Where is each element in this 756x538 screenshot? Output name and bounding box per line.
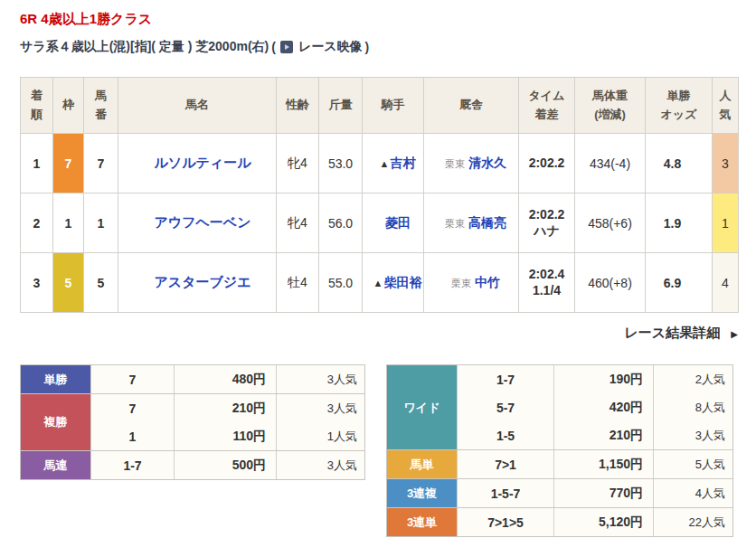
payout-amount: 190円 [553,365,653,393]
payout-group-tansho: 単勝 7 480円 3人気 [21,365,364,393]
stable-region: 栗東 [451,278,471,288]
payout-popularity: 8人気 [653,393,732,421]
payout-combination: 1-5-7 [457,479,553,507]
payout-popularity: 5人気 [653,450,732,478]
popularity-value: 1 [713,193,739,253]
race-conditions-text: サラ系４歳以上(混)[指]( 定量 ) 芝2000m(右) [20,39,269,55]
result-row: 2 1 1 アウフヘーベン 牝4 56.0 菱田 栗東高橋亮 2:02.2 ハナ… [21,193,739,253]
payout-row: 5-7 420円 8人気 [457,393,732,421]
payout-amount: 420円 [553,393,653,421]
stable-cell: 栗東高橋亮 [424,193,519,253]
carried-weight-value: 56.0 [319,193,363,253]
col-header-horse: 馬名 [118,78,277,134]
col-header-stable: 厩舎 [424,78,519,134]
sex-age-value: 牝4 [277,193,319,253]
payout-table-right: ワイド 1-7 190円 2人気 5-7 420円 8人気 1-5 210円 [386,364,733,537]
frame-number: 7 [53,134,84,193]
col-header-frame: 枠 [53,78,84,134]
payout-row: 1-5 210円 3人気 [457,421,732,449]
carried-weight-value: 55.0 [319,253,363,313]
detail-link-row: レース結果詳細 ▶ [20,325,738,342]
col-header-horse-weight: 馬体重 (増減) [575,78,646,134]
payout-row: 1-7 190円 2人気 [457,365,732,393]
bet-type-label: ワイド [387,365,457,449]
col-header-rank: 着 順 [21,78,53,134]
odds-value: 4.8 [646,134,713,193]
horse-weight-value: 434(-4) [575,134,646,193]
rank-value: 1 [21,134,53,193]
horse-number: 1 [84,193,118,253]
payout-row: 1-7 500円 3人気 [90,451,364,479]
jockey-link[interactable]: 吉村 [390,156,415,170]
horse-name-cell: アウフヘーベン [118,193,277,253]
popularity-value: 3 [713,134,739,193]
payout-amount: 500円 [174,451,276,479]
jockey-link[interactable]: 菱田 [385,215,411,230]
results-header-row: 着 順 枠 馬 番 馬名 性齢 斤量 騎手 厩舎 タイム 着差 馬体重 (増減)… [21,78,739,134]
frame-number: 5 [53,253,84,313]
payout-combination: 1-7 [90,451,174,479]
apprentice-mark: ▲ [380,158,390,169]
payout-group-fukusho: 複勝 7 210円 3人気 1 110円 1人気 [21,393,364,450]
horse-name-link[interactable]: ルソルティール [154,155,250,170]
odds-value: 6.9 [646,253,713,313]
bet-type-label: 馬連 [21,451,90,479]
chevron-right-icon: ▶ [731,329,738,339]
payout-combination: 7>1>5 [457,508,553,536]
jockey-link[interactable]: 柴田裕 [383,275,421,289]
horse-weight-value: 458(+6) [575,193,646,253]
payouts-section: 単勝 7 480円 3人気 複勝 7 210円 3人気 [20,364,738,537]
rank-value: 2 [21,193,53,253]
race-results-table: 着 順 枠 馬 番 馬名 性齢 斤量 騎手 厩舎 タイム 着差 馬体重 (増減)… [20,77,739,313]
payout-row: 7 210円 3人気 [90,394,364,422]
time-margin-value: 2:02.2 [519,134,575,193]
carried-weight-value: 53.0 [319,134,363,193]
race-conditions: サラ系４歳以上(混)[指]( 定量 ) 芝2000m(右) ( レース映像 ) [20,39,738,55]
payout-combination: 5-7 [457,393,553,421]
race-result-detail-link[interactable]: レース結果詳細 ▶ [624,325,738,340]
payout-combination: 7 [90,365,174,393]
horse-name-link[interactable]: アスターブジエ [154,274,250,289]
bet-type-label: 馬単 [387,450,457,478]
time-margin-value: 2:02.4 1.1/4 [519,253,575,313]
payout-group-sanrentan: 3連単 7>1>5 5,120円 22人気 [387,507,732,536]
trainer-link[interactable]: 清水久 [468,156,506,170]
payout-popularity: 22人気 [653,508,732,536]
stable-region: 栗東 [445,158,465,169]
col-header-weight: 斤量 [319,78,363,134]
payout-amount: 210円 [174,394,276,422]
odds-value: 1.9 [646,193,713,253]
jockey-cell: ▲吉村 [363,134,424,193]
trainer-link[interactable]: 高橋亮 [468,215,506,230]
stable-region: 栗東 [445,218,465,229]
payout-amount: 210円 [553,421,653,449]
payout-amount: 770円 [553,479,653,507]
payout-row: 7>1 1,150円 5人気 [457,450,732,478]
frame-number: 1 [53,193,84,253]
payout-popularity: 2人気 [653,365,732,393]
race-result-page: 6R 4歳以上1勝クラス サラ系４歳以上(混)[指]( 定量 ) 芝2000m(… [0,0,756,537]
payout-popularity: 1人気 [276,422,364,450]
horse-name-link[interactable]: アウフヘーベン [154,214,250,230]
video-paren-open: ( [271,40,276,54]
stable-cell: 栗東清水久 [424,134,519,193]
payout-group-sanrenpuku: 3連複 1-5-7 770円 4人気 [387,478,732,507]
payout-popularity: 3人気 [276,365,364,393]
payout-row: 1-5-7 770円 4人気 [457,479,732,507]
col-header-number: 馬 番 [84,78,118,134]
race-video-link[interactable]: レース映像 [279,39,363,55]
payout-group-wide: ワイド 1-7 190円 2人気 5-7 420円 8人気 1-5 210円 [387,365,732,449]
trainer-link[interactable]: 中竹 [475,275,500,289]
rank-value: 3 [21,253,53,313]
col-header-popularity: 人 気 [713,78,739,134]
popularity-value: 4 [713,253,739,313]
payout-row: 1 110円 1人気 [90,422,364,450]
payout-group-umaren: 馬連 1-7 500円 3人気 [21,450,364,479]
jockey-cell: ▲柴田裕 [363,253,424,313]
result-row: 3 5 5 アスターブジエ 牡4 55.0 ▲柴田裕 栗東中竹 2:02.4 1… [21,253,739,313]
col-header-sex-age: 性齢 [277,78,319,134]
sex-age-value: 牝4 [277,134,319,193]
bet-type-label: 複勝 [21,394,90,450]
payout-table-left: 単勝 7 480円 3人気 複勝 7 210円 3人気 [20,364,365,480]
race-result-detail-label: レース結果詳細 [624,325,720,340]
